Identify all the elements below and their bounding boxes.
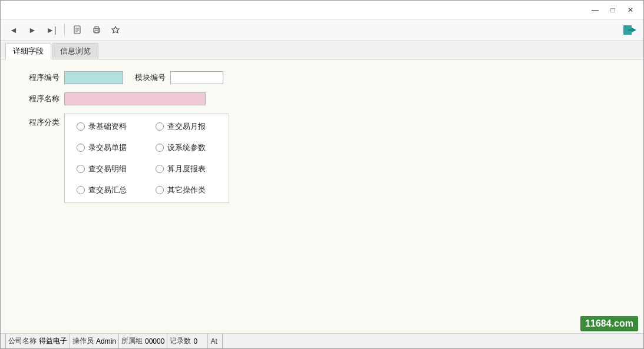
radio-transaction-voucher-label: 录交易单据 [88, 142, 127, 153]
radio-transaction-monthly-circle [156, 122, 164, 131]
radio-transaction-summary-label: 查交易汇总 [88, 185, 127, 195]
tab-info-browse[interactable]: 信息浏览 [52, 43, 98, 59]
radio-system-params-circle [156, 144, 164, 152]
svg-marker-8 [112, 26, 119, 33]
back-button[interactable]: ◄ [5, 22, 22, 38]
classification-box: 录基础资料 查交易月报 录交易单据 设系统参数 查交易明细 [64, 114, 229, 203]
close-button[interactable]: ✕ [622, 4, 639, 16]
status-company: 公司名称 得益电子 [5, 334, 70, 348]
status-operator-label: 操作员 [72, 336, 94, 346]
radio-basic-data[interactable]: 录基础资料 [77, 121, 138, 132]
status-at: At [208, 334, 222, 348]
status-records-value: 0 [193, 337, 205, 345]
status-group-label: 所属组 [121, 336, 143, 346]
status-company-label: 公司名称 [8, 336, 37, 346]
program-no-row: 程序编号 模块编号 [18, 71, 626, 84]
status-operator: 操作员 Admin [70, 334, 119, 348]
print-icon [92, 25, 101, 35]
radio-transaction-voucher-circle [77, 144, 85, 152]
doc-icon [73, 25, 82, 35]
main-window: — □ ✕ ◄ ► ►| [0, 0, 644, 349]
radio-transaction-monthly[interactable]: 查交易月报 [156, 121, 217, 132]
title-bar: — □ ✕ [1, 1, 643, 19]
module-no-group: 模块编号 [135, 71, 223, 84]
radio-other-ops-label: 其它操作类 [167, 185, 206, 195]
radio-monthly-report[interactable]: 算月度报表 [156, 164, 217, 174]
stamp-button[interactable] [107, 22, 124, 38]
toolbar-right [620, 21, 639, 39]
radio-transaction-summary-circle [77, 186, 85, 194]
minimize-button[interactable]: — [587, 4, 603, 16]
main-content: 程序编号 模块编号 程序名称 程序分类 录基础资料 查交易月报 [1, 59, 643, 333]
status-operator-value: Admin [96, 337, 116, 345]
program-name-row: 程序名称 [18, 92, 626, 105]
program-name-label: 程序名称 [18, 94, 60, 104]
program-no-input[interactable] [64, 71, 123, 84]
status-bar: 公司名称 得益电子 操作员 Admin 所属组 00000 记录数 0 At [1, 333, 643, 348]
toolbar: ◄ ► ►| [1, 19, 643, 41]
toolbar-separator-1 [64, 24, 65, 36]
status-at-label: At [210, 337, 217, 345]
status-company-value: 得益电子 [39, 336, 67, 346]
program-no-label: 程序编号 [18, 72, 60, 83]
radio-transaction-detail[interactable]: 查交易明细 [77, 164, 138, 174]
program-name-input[interactable] [64, 92, 206, 105]
radio-basic-data-circle [77, 122, 85, 131]
stamp-icon [111, 25, 120, 35]
module-no-input[interactable] [170, 71, 223, 84]
status-group-value: 00000 [145, 337, 164, 345]
exit-icon[interactable] [620, 21, 639, 39]
radio-transaction-summary[interactable]: 查交易汇总 [77, 185, 138, 195]
tab-detail-fields[interactable]: 详细字段 [5, 43, 51, 59]
radio-monthly-report-label: 算月度报表 [167, 164, 206, 174]
module-no-label: 模块编号 [135, 72, 166, 83]
title-bar-controls: — □ ✕ [587, 4, 639, 16]
maximize-button[interactable]: □ [605, 4, 621, 16]
radio-basic-data-label: 录基础资料 [88, 121, 127, 132]
radio-transaction-voucher[interactable]: 录交易单据 [77, 142, 138, 153]
forward-button[interactable]: ► [24, 22, 41, 38]
print-button[interactable] [88, 22, 105, 38]
svg-point-7 [98, 29, 99, 30]
status-records: 记录数 0 [167, 334, 208, 348]
radio-other-ops[interactable]: 其它操作类 [156, 185, 217, 195]
radio-transaction-detail-label: 查交易明细 [88, 164, 127, 174]
classification-label: 程序分类 [18, 114, 60, 128]
radio-transaction-monthly-label: 查交易月报 [167, 121, 206, 132]
classification-row: 程序分类 录基础资料 查交易月报 录交易单据 设系统参数 [18, 114, 626, 203]
last-button[interactable]: ►| [43, 22, 60, 38]
radio-monthly-report-circle [156, 165, 164, 173]
tabs-container: 详细字段 信息浏览 [1, 41, 643, 59]
status-records-label: 记录数 [170, 336, 191, 346]
doc-button[interactable] [70, 22, 86, 38]
radio-system-params-label: 设系统参数 [167, 142, 206, 153]
status-group: 所属组 00000 [119, 334, 167, 348]
radio-transaction-detail-circle [77, 165, 85, 173]
radio-system-params[interactable]: 设系统参数 [156, 142, 217, 153]
radio-other-ops-circle [156, 186, 164, 194]
